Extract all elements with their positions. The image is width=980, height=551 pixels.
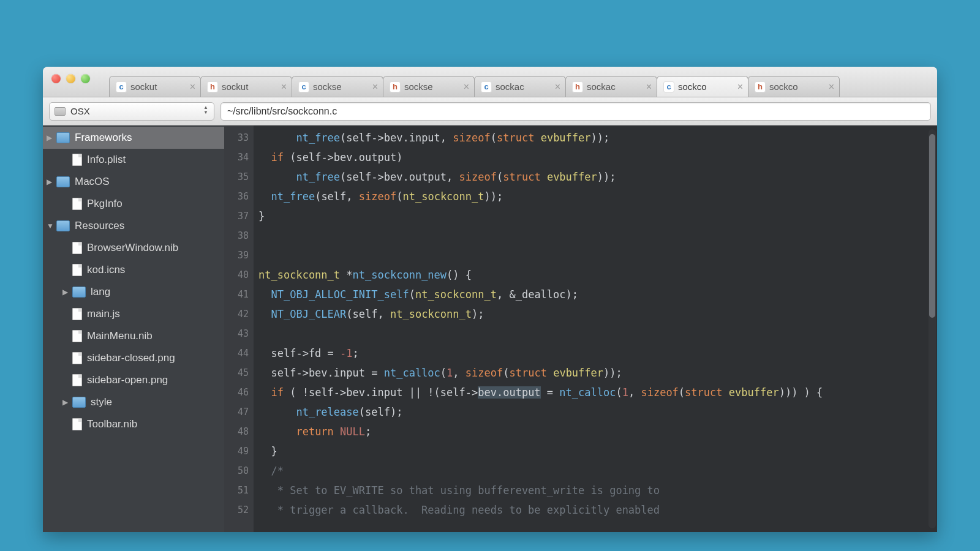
close-icon[interactable] [51, 74, 61, 83]
file-main-js[interactable]: ▶main.js [43, 303, 224, 325]
line-number: 42 [224, 304, 249, 324]
disclosure-icon[interactable]: ▶ [62, 288, 71, 296]
tab-sockac[interactable]: hsockac× [565, 76, 657, 97]
tab-close-icon[interactable]: × [646, 81, 652, 92]
line-number: 49 [224, 441, 249, 461]
code-line[interactable]: NT_OBJ_ALLOC_INIT_self(nt_sockconn_t, &_… [258, 285, 937, 304]
tree-item-label: PkgInfo [87, 198, 123, 210]
tab-label: sockut [222, 81, 279, 92]
disclosure-icon[interactable]: ▶ [47, 178, 55, 186]
code-line[interactable]: if (self->bev.output) [258, 148, 937, 167]
folder-style[interactable]: ▶style [43, 391, 224, 413]
tree-item-label: style [91, 396, 112, 408]
file-toolbar-nib[interactable]: ▶Toolbar.nib [43, 413, 224, 435]
traffic-lights [51, 74, 90, 83]
code-line[interactable]: nt_free(self, sizeof(nt_sockconn_t)); [258, 187, 937, 206]
code-line[interactable]: * trigger a callback. Reading needs to b… [258, 500, 937, 520]
file-icon [72, 308, 82, 320]
code-line[interactable] [258, 246, 937, 265]
file-mainmenu-nib[interactable]: ▶MainMenu.nib [43, 325, 224, 347]
code-line[interactable] [258, 324, 937, 343]
code-line[interactable]: nt_release(self); [258, 402, 937, 422]
tab-close-icon[interactable]: × [829, 81, 834, 92]
code-line[interactable]: self->bev.input = nt_calloc(1, sizeof(st… [258, 363, 937, 383]
disclosure-icon[interactable]: ▶ [47, 133, 55, 142]
scrollbar-thumb[interactable] [929, 134, 935, 318]
tab-sockut[interactable]: hsockut× [200, 76, 292, 97]
tab-close-icon[interactable]: × [281, 81, 287, 92]
folder-macos[interactable]: ▶MacOS [43, 171, 224, 193]
tab-close-icon[interactable]: × [737, 81, 743, 92]
code-line[interactable]: } [258, 206, 937, 226]
file-browserwindow-nib[interactable]: ▶BrowserWindow.nib [43, 237, 224, 259]
line-number: 37 [224, 206, 249, 226]
folder-icon [56, 132, 70, 143]
line-gutter: 3334353637383940414243444546474849505152 [224, 126, 254, 532]
tab-sockse[interactable]: hsockse× [383, 76, 475, 97]
filetype-c-icon: c [116, 81, 127, 92]
file-sidebar-closed-png[interactable]: ▶sidebar-closed.png [43, 347, 224, 369]
tree-item-label: sidebar-closed.png [87, 352, 175, 364]
titlebar: csockut×hsockut×csockse×hsockse×csockac×… [43, 67, 937, 97]
line-number: 36 [224, 187, 249, 206]
disclosure-icon[interactable]: ▼ [47, 222, 55, 230]
code-line[interactable]: NT_OBJ_CLEAR(self, nt_sockconn_t); [258, 304, 937, 324]
tab-sockac[interactable]: csockac× [474, 76, 566, 97]
tab-close-icon[interactable]: × [555, 81, 560, 92]
code-line[interactable]: nt_free(self->bev.input, sizeof(struct e… [258, 128, 937, 148]
filetype-c-icon: c [481, 81, 492, 92]
zoom-icon[interactable] [81, 74, 90, 83]
tab-label: sockac [496, 81, 552, 92]
target-select-label: OSX [70, 106, 90, 116]
path-input[interactable]: ~/src/libnt/src/sockconn.c [221, 102, 931, 121]
scrollbar-track[interactable] [929, 129, 936, 528]
file-kod-icns[interactable]: ▶kod.icns [43, 259, 224, 281]
tree-item-label: Toolbar.nib [87, 418, 137, 430]
line-number: 50 [224, 461, 249, 481]
line-number: 33 [224, 128, 249, 148]
file-icon [72, 198, 82, 210]
code-line[interactable]: nt_sockconn_t *nt_sockconn_new() { [258, 265, 937, 285]
code-line[interactable]: self->fd = -1; [258, 343, 937, 363]
code-editor[interactable]: 3334353637383940414243444546474849505152… [224, 126, 937, 532]
folder-lang[interactable]: ▶lang [43, 281, 224, 303]
tree-item-label: sidebar-open.png [87, 374, 168, 386]
line-number: 43 [224, 324, 249, 343]
tab-sockut[interactable]: csockut× [109, 76, 201, 97]
code-line[interactable]: } [258, 441, 937, 461]
file-tree[interactable]: ▶Frameworks▶Info.plist▶MacOS▶PkgInfo▼Res… [43, 126, 224, 532]
code-area[interactable]: nt_free(self->bev.input, sizeof(struct e… [254, 126, 937, 532]
tab-sockco[interactable]: csockco× [657, 76, 748, 97]
file-info-plist[interactable]: ▶Info.plist [43, 149, 224, 171]
tree-item-label: BrowserWindow.nib [87, 242, 178, 254]
code-line[interactable]: return NULL; [258, 422, 937, 441]
line-number: 38 [224, 226, 249, 246]
code-line[interactable]: * Set to EV_WRITE so that using bufferev… [258, 481, 937, 500]
stepper-icon: ▲▼ [202, 105, 210, 115]
code-line[interactable]: if ( !self->bev.input || !(self->bev.out… [258, 383, 937, 402]
code-line[interactable] [258, 226, 937, 246]
disclosure-icon[interactable]: ▶ [62, 398, 71, 407]
tree-item-label: MainMenu.nib [87, 330, 153, 342]
code-line[interactable]: nt_free(self->bev.output, sizeof(struct … [258, 167, 937, 187]
folder-icon [72, 287, 86, 298]
target-select[interactable]: OSX ▲▼ [49, 102, 214, 121]
code-line[interactable]: /* [258, 461, 937, 481]
tab-close-icon[interactable]: × [190, 81, 195, 92]
tab-close-icon[interactable]: × [372, 81, 378, 92]
line-number: 41 [224, 285, 249, 304]
line-number: 48 [224, 422, 249, 441]
tab-sockco[interactable]: hsockco× [748, 76, 840, 97]
folder-resources[interactable]: ▼Resources [43, 215, 224, 237]
tab-label: sockse [313, 81, 370, 92]
tab-sockse[interactable]: csockse× [292, 76, 383, 97]
tree-item-label: Frameworks [75, 132, 132, 144]
tab-label: sockut [130, 81, 187, 92]
file-pkginfo[interactable]: ▶PkgInfo [43, 193, 224, 215]
minimize-icon[interactable] [66, 74, 75, 83]
file-sidebar-open-png[interactable]: ▶sidebar-open.png [43, 369, 224, 391]
folder-frameworks[interactable]: ▶Frameworks [43, 127, 224, 149]
tab-close-icon[interactable]: × [464, 81, 469, 92]
line-number: 35 [224, 167, 249, 187]
toolbar: OSX ▲▼ ~/src/libnt/src/sockconn.c [43, 97, 937, 126]
